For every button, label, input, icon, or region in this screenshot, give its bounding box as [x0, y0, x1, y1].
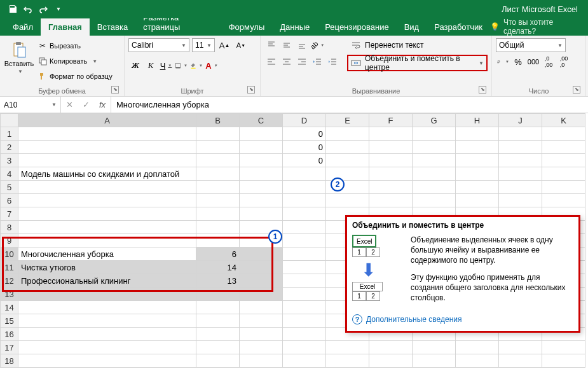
cell[interactable] [196, 181, 240, 194]
name-box[interactable]: A10▼ [0, 97, 61, 113]
format-painter-button[interactable]: Формат по образцу [37, 70, 114, 83]
cell[interactable] [240, 301, 283, 314]
cell[interactable] [283, 247, 326, 261]
cell[interactable] [326, 341, 369, 354]
align-middle-button[interactable] [280, 38, 294, 52]
cell[interactable] [196, 207, 240, 221]
align-left-button[interactable] [264, 55, 278, 69]
cell[interactable] [18, 328, 196, 341]
decrease-font-button[interactable]: A▼ [234, 38, 248, 52]
cell[interactable] [456, 341, 499, 354]
cell[interactable] [542, 181, 585, 194]
cell[interactable] [413, 141, 456, 154]
cell[interactable] [283, 181, 326, 194]
cell[interactable]: 0 [283, 141, 326, 154]
tab-file[interactable]: Файл [5, 18, 41, 36]
row-header[interactable]: 10 [1, 247, 18, 261]
cell[interactable] [18, 154, 196, 167]
cell[interactable] [499, 141, 542, 154]
cell[interactable] [240, 261, 283, 274]
font-size-combo[interactable]: 11▼ [192, 38, 215, 52]
col-header[interactable]: H [456, 114, 499, 127]
cell[interactable] [240, 167, 283, 181]
cell[interactable] [18, 341, 196, 354]
cell[interactable] [196, 194, 240, 207]
cell[interactable] [499, 194, 542, 207]
cell[interactable] [499, 127, 542, 141]
cell[interactable] [18, 221, 196, 234]
cell[interactable] [283, 167, 326, 181]
cell[interactable] [369, 141, 413, 154]
tell-me[interactable]: 💡 Что вы хотите сделать? [490, 18, 588, 36]
cell[interactable]: 6 [196, 247, 240, 261]
cell[interactable] [456, 181, 499, 194]
cell[interactable] [240, 314, 283, 328]
undo-icon[interactable] [22, 3, 34, 15]
cell[interactable] [326, 354, 369, 368]
tab-formulas[interactable]: Формулы [221, 18, 273, 36]
cell[interactable]: 0 [283, 154, 326, 167]
col-header[interactable]: J [499, 114, 542, 127]
formula-input[interactable]: Многочисленная уборка [111, 97, 588, 113]
dialog-launcher-icon[interactable]: ⬊ [111, 86, 119, 94]
decrease-decimal-button[interactable]: ,00,0 [557, 55, 571, 69]
cell[interactable] [196, 288, 240, 301]
font-color-button[interactable]: A▼ [205, 59, 219, 73]
border-button[interactable]: ▼ [174, 59, 188, 73]
cell[interactable] [542, 167, 585, 181]
cell[interactable] [196, 141, 240, 154]
tab-view[interactable]: Вид [397, 18, 427, 36]
dialog-launcher-icon[interactable]: ⬊ [479, 86, 486, 94]
cell[interactable] [18, 141, 196, 154]
cell[interactable]: 13 [196, 274, 240, 288]
cell[interactable] [196, 221, 240, 234]
dialog-launcher-icon[interactable]: ⬊ [247, 86, 255, 94]
cell[interactable] [196, 301, 240, 314]
cell[interactable]: 14 [196, 261, 240, 274]
cell[interactable] [326, 141, 369, 154]
cell[interactable] [240, 181, 283, 194]
row-header[interactable]: 9 [1, 234, 18, 247]
cell[interactable] [542, 141, 585, 154]
cell[interactable] [456, 354, 499, 368]
row-header[interactable]: 13 [1, 288, 18, 301]
cell[interactable] [369, 354, 413, 368]
cell[interactable] [369, 127, 413, 141]
dialog-launcher-icon[interactable]: ⬊ [573, 86, 580, 94]
decrease-indent-button[interactable] [310, 55, 324, 69]
fill-color-button[interactable]: ▼ [189, 59, 203, 73]
bold-button[interactable]: Ж [128, 59, 142, 73]
cell[interactable] [413, 127, 456, 141]
row-header[interactable]: 1 [1, 127, 18, 141]
row-header[interactable]: 2 [1, 141, 18, 154]
cell[interactable] [196, 314, 240, 328]
cell[interactable] [326, 154, 369, 167]
tab-review[interactable]: Рецензирование [317, 18, 396, 36]
cell[interactable] [283, 314, 326, 328]
cell[interactable] [18, 314, 196, 328]
cell[interactable] [18, 207, 196, 221]
number-format-combo[interactable]: Общий▼ [496, 38, 566, 52]
cell[interactable] [456, 167, 499, 181]
copy-button[interactable]: Копировать ▼ [37, 55, 114, 67]
row-header[interactable]: 3 [1, 154, 18, 167]
cell[interactable] [240, 154, 283, 167]
cell[interactable] [413, 181, 456, 194]
cancel-icon[interactable]: ✕ [61, 100, 78, 109]
cell[interactable] [18, 181, 196, 194]
cell[interactable] [283, 194, 326, 207]
row-header[interactable]: 17 [1, 341, 18, 354]
orientation-button[interactable]: ab▼ [310, 38, 324, 52]
cut-button[interactable]: ✂ Вырезать [37, 39, 114, 52]
increase-indent-button[interactable] [325, 55, 339, 69]
cell[interactable] [283, 234, 326, 247]
cell[interactable] [326, 194, 369, 207]
tab-data[interactable]: Данные [272, 18, 317, 36]
tab-home[interactable]: Главная [41, 18, 90, 36]
increase-font-button[interactable]: A▲ [217, 38, 231, 52]
cell[interactable] [196, 328, 240, 341]
cell[interactable] [240, 341, 283, 354]
cell[interactable] [369, 181, 413, 194]
paste-button[interactable]: Вставить ▼ [4, 38, 34, 86]
cell[interactable] [240, 247, 283, 261]
